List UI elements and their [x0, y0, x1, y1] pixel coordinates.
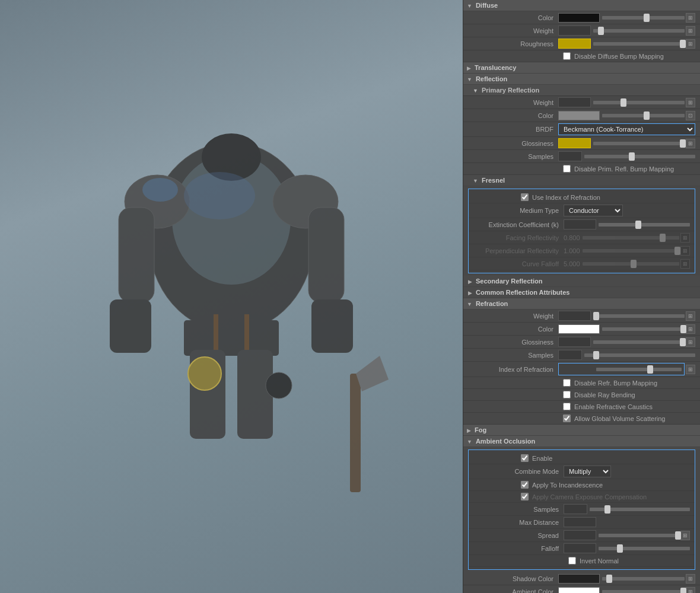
refraction-weight-thumb[interactable] — [593, 312, 599, 320]
primary-color-link-btn[interactable]: ⊡ — [686, 111, 695, 120]
diffuse-weight-slider[interactable] — [593, 29, 685, 33]
disable-primary-bump-checkbox[interactable] — [563, 165, 571, 173]
fresnel-header[interactable]: Fresnel — [463, 175, 700, 186]
refraction-weight-link-btn[interactable]: ⊞ — [686, 311, 695, 321]
ao-samples-input[interactable]: 16 — [564, 504, 587, 514]
ao-ambient-color-link-btn[interactable]: ⊞ — [686, 587, 695, 594]
primary-reflection-header[interactable]: Primary Reflection — [463, 85, 700, 96]
ao-shadow-color-thumb[interactable] — [606, 575, 612, 583]
primary-weight-input[interactable]: 0.300 — [558, 97, 591, 107]
diffuse-section-header[interactable]: Diffuse — [463, 0, 700, 11]
allow-global-volume-checkbox[interactable] — [563, 415, 571, 422]
fog-section-header[interactable]: Fog — [463, 425, 700, 436]
medium-type-select[interactable]: Conductor Dielectric — [564, 205, 623, 216]
refraction-samples-input[interactable]: 8 — [558, 350, 582, 360]
primary-weight-link-btn[interactable]: ⊞ — [686, 98, 695, 107]
disable-ray-bending-checkbox[interactable] — [563, 391, 571, 398]
refraction-color-swatch[interactable] — [558, 324, 600, 334]
perp-refl-thumb — [674, 247, 680, 255]
refraction-section-header[interactable]: Refraction — [463, 298, 700, 310]
common-reflection-header[interactable]: Common Reflection Attributes — [463, 287, 700, 298]
ior-link-btn[interactable]: ⊞ — [686, 365, 695, 374]
refraction-glossiness-value-area: 1.000 ⊞ — [558, 337, 695, 347]
reflection-section-header[interactable]: Reflection — [463, 74, 700, 85]
diffuse-roughness-input[interactable]: 1.000 — [558, 39, 591, 49]
diffuse-weight-link-btn[interactable]: ⊞ — [686, 26, 695, 36]
diffuse-roughness-link-btn[interactable]: ⊞ — [686, 39, 695, 49]
ao-falloff-thumb[interactable] — [617, 544, 623, 553]
diffuse-color-link-btn[interactable]: ⊞ — [686, 13, 695, 23]
primary-glossiness-slider[interactable] — [593, 142, 685, 145]
facing-refl-value: 0.800 — [564, 234, 580, 241]
diffuse-weight-input[interactable]: 0.050 — [558, 25, 591, 36]
diffuse-weight-thumb[interactable] — [598, 27, 604, 35]
ao-shadow-color-swatch[interactable] — [558, 574, 600, 584]
ior-thumb[interactable] — [647, 365, 653, 374]
translucency-section-header[interactable]: Translucency — [463, 62, 700, 74]
disable-refr-bump-checkbox[interactable] — [563, 379, 571, 387]
ao-combine-select[interactable]: Multiply Add — [564, 466, 611, 477]
ao-shadow-color-value-area: ⊞ — [558, 574, 695, 584]
ao-section-header[interactable]: Ambient Occlusion — [463, 436, 700, 447]
primary-glossiness-thumb[interactable] — [680, 139, 686, 148]
enable-refractive-checkbox[interactable] — [563, 403, 571, 410]
refraction-color-slider[interactable] — [602, 327, 685, 331]
ao-ambient-color-swatch[interactable] — [558, 587, 600, 594]
secondary-reflection-header[interactable]: Secondary Reflection — [463, 276, 700, 287]
refraction-glossiness-input[interactable]: 1.000 — [558, 337, 591, 347]
extinction-thumb[interactable] — [635, 221, 641, 229]
primary-weight-thumb[interactable] — [621, 98, 626, 107]
extinction-input[interactable]: 2.760 — [564, 219, 596, 229]
ao-ambient-color-thumb[interactable] — [680, 588, 686, 594]
refraction-color-thumb[interactable] — [680, 325, 686, 333]
ao-spread-link-btn[interactable]: ⊞ — [680, 531, 690, 540]
refraction-weight-slider[interactable] — [593, 314, 685, 318]
primary-color-swatch[interactable] — [558, 111, 600, 120]
refraction-color-link-btn[interactable]: ⊞ — [686, 324, 695, 334]
diffuse-color-row: Color ⊞ — [463, 11, 700, 24]
refraction-glossiness-link-btn[interactable]: ⊞ — [686, 337, 695, 347]
brdf-select[interactable]: Beckmann (Cook-Torrance) GGX Phong — [558, 123, 695, 135]
ao-max-distance-input[interactable]: 50.000 — [564, 517, 596, 527]
diffuse-color-slider[interactable] — [602, 16, 685, 20]
disable-diffuse-bump-checkbox[interactable] — [563, 52, 571, 60]
ao-falloff-input[interactable]: 1.000 — [564, 543, 596, 553]
ao-invert-normal-checkbox[interactable] — [568, 557, 576, 565]
primary-weight-slider[interactable] — [593, 101, 685, 104]
ao-apply-camera-checkbox[interactable] — [521, 493, 529, 500]
ior-slider[interactable] — [596, 368, 682, 371]
primary-color-thumb[interactable] — [644, 111, 650, 120]
ao-enable-checkbox[interactable] — [521, 454, 529, 462]
diffuse-roughness-slider[interactable] — [593, 42, 685, 46]
facing-refl-link-btn: ⊞ — [680, 233, 690, 243]
ao-shadow-color-slider[interactable] — [602, 577, 685, 581]
primary-samples-input[interactable]: 64 — [558, 151, 582, 161]
ao-samples-thumb[interactable] — [604, 505, 610, 514]
diffuse-color-swatch[interactable] — [558, 13, 600, 23]
refraction-glossiness-slider[interactable] — [593, 340, 685, 344]
ior-input[interactable]: 2.918 — [561, 364, 594, 374]
ao-spread-slider[interactable] — [599, 534, 679, 537]
primary-glossiness-input[interactable]: 1.000 — [558, 138, 591, 148]
fog-title: Fog — [475, 426, 486, 433]
diffuse-color-thumb[interactable] — [644, 14, 650, 22]
ao-shadow-color-link-btn[interactable]: ⊞ — [686, 574, 695, 584]
refraction-glossiness-thumb[interactable] — [680, 338, 686, 346]
primary-glossiness-link-btn[interactable]: ⊞ — [686, 139, 695, 148]
use-ior-checkbox[interactable] — [521, 193, 529, 201]
translucency-title: Translucency — [475, 64, 516, 71]
refraction-weight-input[interactable]: 0.000 — [558, 311, 591, 321]
primary-samples-thumb[interactable] — [629, 152, 635, 161]
primary-color-slider[interactable] — [602, 114, 685, 117]
ao-falloff-slider[interactable] — [599, 547, 690, 550]
primary-samples-slider[interactable] — [584, 155, 695, 158]
extinction-slider[interactable] — [599, 223, 690, 227]
ao-spread-thumb[interactable] — [675, 531, 681, 540]
diffuse-roughness-thumb[interactable] — [680, 40, 686, 48]
ao-samples-slider[interactable] — [590, 508, 690, 511]
ao-apply-incandescence-checkbox[interactable] — [521, 481, 529, 489]
ao-spread-input[interactable]: 1.000 — [564, 530, 596, 540]
ao-ambient-color-slider[interactable] — [602, 590, 685, 594]
refraction-samples-thumb[interactable] — [593, 351, 599, 359]
refraction-samples-slider[interactable] — [584, 353, 695, 357]
